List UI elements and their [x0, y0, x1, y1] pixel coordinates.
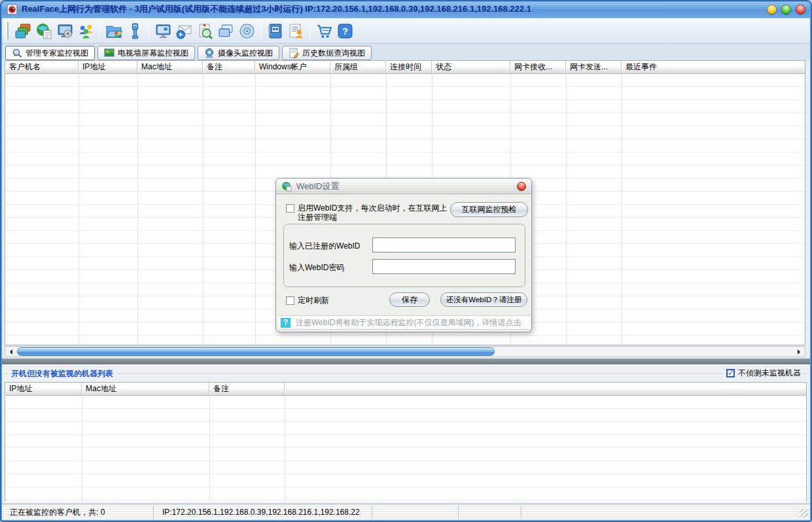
toolbar-grip[interactable]: [6, 22, 9, 39]
send-message-icon[interactable]: [173, 20, 194, 41]
column-header[interactable]: 网卡发送...: [566, 61, 622, 73]
column-header[interactable]: 所属组: [330, 61, 386, 73]
column-header[interactable]: Windows帐户: [255, 61, 330, 73]
question-icon: ?: [281, 318, 291, 328]
window-controls: [767, 5, 805, 14]
history-query-icon: [289, 48, 299, 58]
usb-key-icon[interactable]: [124, 20, 145, 41]
webid-input[interactable]: [372, 237, 516, 252]
webid-dialog: WebID设置 启用WebID支持，每次启动时，在互联网上注册管理端 互联网监控…: [275, 178, 532, 332]
groupbox-line: [5, 374, 807, 374]
shopping-cart-icon[interactable]: [313, 20, 334, 41]
timed-refresh-label: 定时刷新: [298, 295, 329, 306]
hint-text[interactable]: 注册WebID将有助于实现远程监控(不仅仅是局域网)，详情请点击: [296, 317, 521, 328]
unmonitored-table: IP地址 Mac地址 备注: [5, 382, 807, 502]
svg-text:?: ?: [342, 26, 348, 36]
monitored-count-text: 正在被监控的客户机，共: 0: [10, 504, 150, 521]
app-icon: [7, 4, 18, 15]
column-header[interactable]: 客户机名: [5, 61, 79, 73]
detect-checkbox-label: 不侦测未监视机器: [738, 368, 801, 379]
toolbar-separator: [260, 22, 261, 39]
status-bar: 正在被监控的客户机，共: 0 IP:172.20.156.1,192.168.0…: [2, 504, 810, 520]
column-header[interactable]: 连接时间: [386, 61, 432, 73]
window-capture-icon[interactable]: [215, 20, 236, 41]
unmonitored-table-body: [5, 396, 806, 502]
tab-history-query-view[interactable]: 历史数据查询视图: [282, 46, 372, 60]
dialog-title-bar: WebID设置: [276, 179, 531, 194]
screen-monitor-icon[interactable]: [152, 20, 173, 41]
dialog-close-button[interactable]: [517, 182, 526, 191]
enable-webid-row[interactable]: 启用WebID支持，每次启动时，在互联网上注册管理端: [286, 204, 455, 222]
cascade-windows-icon[interactable]: [12, 20, 33, 41]
tab-tv-wall-view[interactable]: 电视墙屏幕监控视图: [97, 46, 195, 60]
tv-wall-icon: [104, 48, 115, 58]
tab-bar: 管理专家监控视图 电视墙屏幕监控视图 摄像头监控视图 历史数据查询视图: [2, 44, 810, 60]
globe-icon: [281, 181, 292, 192]
column-header[interactable]: 备注: [203, 61, 255, 73]
column-header[interactable]: IP地址: [79, 61, 137, 73]
detect-checkbox-row[interactable]: 不侦测未监视机器: [724, 368, 803, 379]
save-button[interactable]: 保存: [389, 292, 430, 307]
resize-grip[interactable]: [800, 510, 808, 518]
minimize-button[interactable]: [767, 5, 777, 14]
dialog-hint-bar: ? 注册WebID将有助于实现远程监控(不仅仅是局域网)，详情请点击: [278, 315, 531, 330]
address-book-icon[interactable]: [264, 20, 285, 41]
detect-checkbox[interactable]: [726, 369, 735, 377]
horizontal-scrollbar: [5, 346, 805, 357]
title-bar: RealFace上网行为管理软件 - 3用户试用版(试用版不能连续超过3小时运行…: [0, 0, 812, 18]
tab-label: 电视墙屏幕监控视图: [118, 48, 188, 59]
app-window: RealFace上网行为管理软件 - 3用户试用版(试用版不能连续超过3小时运行…: [0, 0, 812, 522]
enable-webid-label: 启用WebID支持，每次启动时，在互联网上注册管理端: [298, 203, 455, 222]
remote-settings-icon[interactable]: [54, 20, 75, 41]
webid-label: 输入已注册的WebID: [289, 241, 360, 252]
user-management-icon[interactable]: [75, 20, 96, 41]
toolbar: ?: [2, 18, 810, 44]
window-title: RealFace上网行为管理软件 - 3用户试用版(试用版不能连续超过3小时运行…: [22, 3, 531, 15]
column-header[interactable]: Mac地址: [82, 383, 209, 395]
file-manager-icon[interactable]: [103, 20, 124, 41]
camera-icon: [204, 48, 215, 58]
timed-refresh-row[interactable]: 定时刷新: [286, 295, 329, 306]
scroll-right-arrow[interactable]: [794, 347, 804, 357]
user-activity-log-icon[interactable]: [285, 20, 306, 41]
enable-webid-checkbox[interactable]: [286, 204, 294, 213]
scroll-left-arrow[interactable]: [6, 347, 16, 357]
magnifier-view-icon: [12, 48, 22, 58]
internet-precheck-button[interactable]: 互联网监控预检: [450, 202, 528, 217]
groupbox-title: 开机但没有被监视的机器列表: [8, 368, 116, 379]
unmonitored-table-header: IP地址 Mac地址 备注: [5, 383, 806, 396]
cd-record-icon[interactable]: [236, 20, 257, 41]
column-header[interactable]: 备注: [209, 383, 285, 395]
register-webid-button[interactable]: 还没有WebID？请注册: [440, 292, 527, 307]
webid-groupbox: [283, 224, 525, 287]
webid-password-input[interactable]: [372, 259, 516, 274]
toolbar-separator: [309, 22, 310, 39]
maximize-button[interactable]: [781, 5, 791, 14]
timed-refresh-checkbox[interactable]: [286, 296, 294, 305]
column-header[interactable]: 状态: [432, 61, 510, 73]
toolbar-separator: [99, 22, 100, 39]
column-header: [285, 383, 806, 395]
web-log-icon[interactable]: [33, 20, 54, 41]
close-button[interactable]: [796, 5, 805, 14]
ip-list-text: IP:172.20.156.1,192.168.0.39,192.168.216…: [162, 504, 368, 521]
dialog-title: WebID设置: [296, 181, 340, 192]
column-header[interactable]: 最近事件: [622, 61, 805, 73]
column-header[interactable]: Mac地址: [137, 61, 203, 73]
tab-label: 历史数据查询视图: [302, 48, 365, 59]
log-search-icon[interactable]: [194, 20, 215, 41]
help-icon[interactable]: ?: [334, 20, 355, 41]
column-header[interactable]: IP地址: [5, 383, 82, 395]
column-header[interactable]: 网卡接收...: [510, 61, 566, 73]
scrollbar-thumb[interactable]: [17, 347, 495, 356]
panel-splitter[interactable]: [0, 358, 812, 364]
webid-password-label: 输入WebID密码: [289, 262, 344, 273]
tab-camera-view[interactable]: 摄像头监控视图: [198, 46, 279, 60]
client-table-header: 客户机名 IP地址 Mac地址 备注 Windows帐户 所属组 连接时间 状态…: [5, 61, 805, 74]
tab-label: 管理专家监控视图: [26, 48, 88, 59]
tab-label: 摄像头监控视图: [218, 48, 273, 59]
toolbar-separator: [149, 22, 149, 39]
tab-expert-monitor-view[interactable]: 管理专家监控视图: [5, 46, 95, 60]
unmonitored-panel: 开机但没有被监视的机器列表 不侦测未监视机器 IP地址 Mac地址 备注: [2, 364, 810, 504]
